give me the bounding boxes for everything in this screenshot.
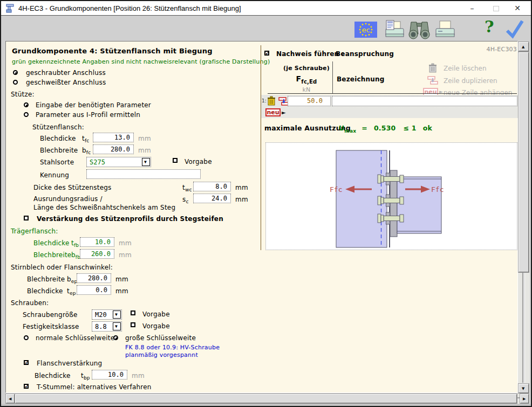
chevron-down-icon[interactable] [113,311,121,319]
confirm-button[interactable] [505,19,524,39]
chevron-down-icon[interactable] [113,322,121,330]
help-button[interactable]: ? [485,17,494,36]
bfc-input[interactable]: 280.0 [93,144,134,154]
vscroll-thumb[interactable] [519,52,529,272]
scroll-down-button[interactable]: ▼ [519,384,529,393]
tfc-unit: mm [138,135,151,142]
twc-input[interactable]: 8.0 [193,182,231,191]
radio-parameter-iprofil-label[interactable]: Parameter aus I-Profil ermitteln [36,111,140,119]
tstummel-label[interactable]: T-Stummel: alternatives Verfahren [37,383,152,391]
hv-note-line1: FK 8.8 oder 10.9: HV-Schraube [125,344,220,351]
flanschverstaerkung-label[interactable]: Flanschverstärkung [37,360,102,367]
tfc-input[interactable]: 13.0 [93,133,134,142]
radio-eingabe-parameter-label[interactable]: Eingabe der benötigten Parameter [36,101,151,109]
radio-geschweisster-anschluss[interactable] [13,80,18,85]
tfb-symbol: tfb [71,239,79,248]
duplicate-icon-disabled [427,76,438,85]
col-bezeichnung: Bezeichnung [337,75,385,83]
radio-normale-schluesselweite[interactable] [24,335,29,340]
klasse-vorgabe-label[interactable]: Vorgabe [142,322,170,330]
binoculars-icon [409,22,429,39]
bfc-unit: mm [138,147,151,154]
kennung-input[interactable] [86,169,201,179]
flanschverstaerkung-checkbox[interactable] [24,360,29,365]
result-symbol: Umax [339,124,356,132]
tbp-symbol: tbp [81,372,90,381]
stahlsorte-vorgabe-checkbox[interactable] [173,158,178,163]
kennung-label: Kennung [40,171,69,179]
tep-symbol: tep [67,287,76,296]
sc-label-line1: Ausrundungsradius / [33,195,103,203]
bep-input[interactable]: 280.0 [77,273,111,283]
groesse-vorgabe-label[interactable]: Vorgabe [142,311,170,318]
festigkeitsklasse-label: Festigkeitsklasse [23,323,79,330]
result-value-group: Umax = 0.530 ≤ 1 ok [339,124,432,134]
trash-icon[interactable] [267,96,276,106]
action-delete-row-label: Zeile löschen [444,65,487,72]
radio-parameter-iprofil[interactable] [24,112,29,117]
twc-unit: mm [235,184,248,191]
bezeichnung-input[interactable] [332,96,517,106]
tfc-label: Blechdicke [40,135,76,142]
tfb-label: Blechdicke [33,239,70,247]
result-equals: = [362,124,367,132]
col-force-symbol: Ffc,Ed [282,74,331,85]
col-force-note: (je Schraube) [282,65,331,72]
green-note: grün gekennzeichnete Angaben sind nicht … [12,58,270,65]
table-header-rule [268,93,517,94]
close-button[interactable]: ✕ [509,3,526,14]
action-duplicate-row-label: Zeile duplizieren [444,77,497,85]
radio-normale-schluesselweite-label[interactable]: normale Schlüsselweite [36,334,114,342]
nachweis-label[interactable]: Nachweis führen : [276,50,344,58]
horizontal-scrollbar[interactable]: ◀ ▶ [5,394,530,404]
hscroll-thumb[interactable] [15,394,517,403]
module-code: 4H-EC303 [470,46,517,53]
neu-row-button[interactable]: neu [265,108,281,116]
stahlsorte-dropdown[interactable]: S275 [86,157,151,167]
header-divider [332,61,333,94]
print-button[interactable] [434,20,456,39]
stegsteifen-label[interactable]: Verstärkung des Stützenprofils durch Ste… [37,215,223,223]
festigkeitsklasse-dropdown[interactable]: 8.8 [92,321,122,332]
vertical-scrollbar[interactable]: ▲ ▼ [518,42,530,394]
bep-label: Blechbreite [27,275,65,283]
force-label-right: Ffc [431,185,444,194]
tep-unit: mm [115,287,128,295]
force-value-input[interactable]: 50.0 [288,96,331,106]
klasse-vorgabe-checkbox[interactable] [131,322,135,327]
print-preview-button[interactable] [383,20,406,39]
stuetze-section-label: Stütze: [11,91,35,98]
eurocode-button[interactable]: ec [354,22,377,38]
scroll-right-button[interactable]: ▶ [520,394,529,403]
diagram-svg: Ffc Ffc [266,143,517,250]
title-bar: 4H-EC3 - Grundkomponenten [Position 26: … [1,1,531,16]
tbp-input[interactable]: 10.0 [92,370,127,380]
bep-unit: mm [115,275,128,283]
scroll-left-button[interactable]: ◀ [6,394,15,403]
app-icon [5,3,16,13]
bfb-input[interactable]: 260.0 [80,249,114,259]
radio-grosse-schluesselweite[interactable] [113,335,118,340]
groesse-vorgabe-checkbox[interactable] [131,311,135,315]
radio-geschraubter-anschluss-label[interactable]: geschraubter Anschluss [26,69,106,77]
triangle-right-icon: ▶ [523,397,526,401]
tfb-input[interactable]: 10.0 [80,237,114,247]
search-binoculars-button[interactable] [407,20,432,39]
tfc-symbol: tfc [82,135,89,143]
scroll-up-button[interactable]: ▲ [519,42,529,51]
radio-geschraubter-anschluss[interactable] [13,70,18,75]
stegsteifen-checkbox[interactable] [24,216,29,220]
tep-input[interactable]: 0.0 [77,285,111,295]
tbp-label: Blechdicke [35,372,71,380]
radio-grosse-schluesselweite-label[interactable]: große Schlüsselweite [125,334,196,342]
sc-input[interactable]: 24.0 [193,194,231,203]
minimize-button[interactable]: – [464,3,480,14]
stahlsorte-vorgabe-label[interactable]: Vorgabe [185,158,212,165]
chevron-down-icon[interactable] [142,158,150,166]
tstummel-checkbox[interactable] [24,384,29,389]
result-status: ok [423,124,432,132]
schraubengroesse-dropdown[interactable]: M20 [92,309,122,320]
nachweis-checkbox[interactable] [264,51,269,56]
radio-geschweisster-anschluss-label[interactable]: geschweißter Anschluss [26,79,106,86]
radio-eingabe-parameter[interactable] [24,102,29,107]
